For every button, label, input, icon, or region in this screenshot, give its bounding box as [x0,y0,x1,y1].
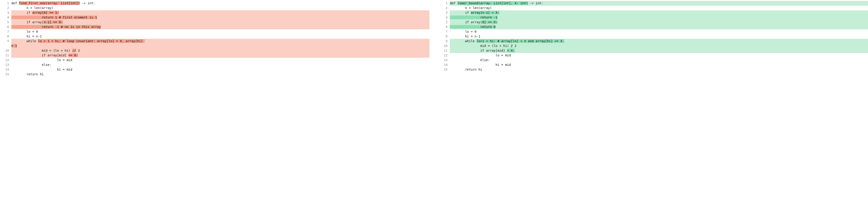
diff-token: 2 [513,44,517,48]
line-number: 8 [0,34,11,39]
diff-token-changed: lower_bound(array: List[int], X: int) [458,1,528,5]
code-line: 6 return 0 [438,25,868,29]
diff-token: lo = 0 [450,30,476,33]
code-line: 1def find_first_one(array: List[int]) ->… [0,1,430,6]
code-line-continuation: = 1 [0,43,430,48]
line-number: 2 [438,6,450,10]
code-line: 3 if array[n-1] < X: [438,10,868,15]
code-content: hi = mid [11,67,430,72]
line-number: 14 [0,67,11,72]
code-line: 8 hi = n-1 [438,34,868,39]
diff-token: if [450,11,471,14]
code-content: lo = mid [11,58,430,63]
diff-token: if array[ [11,20,43,24]
diff-token: def [450,1,458,5]
code-content: mid = (lo + hi) / 2 [450,43,868,48]
line-number: 2 [0,6,11,10]
code-line: 7 lo = 0 [0,29,430,34]
code-line: 2 n = len(array) [0,6,430,10]
diff-token: while [11,39,38,43]
diff-token: lo = mid [450,53,511,57]
code-content: = 1 [11,43,430,48]
diff-token-changed: 0] >= X: [482,20,497,24]
code-content: while lo+1 < hi: # array[lo] < X and arr… [450,39,868,43]
diff-token: hi = n-1 [450,35,480,38]
line-number: 10 [438,43,450,48]
line-number: 12 [438,53,450,58]
code-line: 15 return hi [0,72,430,77]
line-number: 13 [438,58,450,63]
code-content: return -1 # no 1s in this array [11,25,430,29]
code-content: if array[0] >= X: [450,20,868,25]
code-content: lo = mid [450,53,868,58]
code-content: lo = 0 [11,29,430,34]
diff-token: n = len(array) [11,6,53,10]
diff-container: 1def find_first_one(array: List[int]) ->… [0,0,868,78]
diff-pane-right: 1def lower_bound(array: List[int], X: in… [438,0,868,78]
line-number: 10 [0,48,11,53]
code-content: if array[n-1] == 0: [11,20,430,25]
code-content: n = len(array) [11,6,430,10]
diff-token: mid = (lo + hi) [11,49,72,52]
code-line: 3 if array[0] == 1: [0,10,430,15]
code-content: if array[0] == 1: [11,10,430,15]
diff-token: return hi [11,72,43,76]
code-line: 14 hi = mid [0,67,430,72]
code-line: 13 else: [0,63,430,67]
code-line: 5 if array[0] >= X: [438,20,868,25]
diff-token: 2 [76,49,80,52]
code-line: 4 return -1 [438,15,868,20]
diff-token-changed: array[n-1] < X: [471,11,499,14]
code-content: return hi [11,72,430,77]
line-number: 9 [0,39,11,43]
code-line: 12 lo = mid [0,58,430,63]
line-number: 11 [438,48,450,53]
diff-token: -> int: [528,1,543,5]
line-number: 6 [0,25,11,29]
diff-token-changed: == 0: [68,53,78,57]
code-line: 5 if array[n-1] == 0: [0,20,430,25]
line-number [0,43,11,48]
line-number: 11 [0,53,11,58]
code-line: 9 while lo + 1 < hi: # loop invariant: a… [0,39,430,43]
diff-token-changed: lo+1 < hi: # array[lo] < X and array[hi]… [476,39,564,43]
line-number: 14 [438,63,450,67]
code-content: while lo + 1 < hi: # loop invariant: arr… [11,39,430,43]
code-line: 8 hi = n-1 [0,34,430,39]
diff-token-changed: return -1 [450,15,498,19]
code-content: else: [11,63,430,67]
diff-token: hi = mid [11,68,72,71]
code-content: return 0 [450,25,868,29]
diff-token-changed: / [511,44,513,48]
code-line: 1def lower_bound(array: List[int], X: in… [438,1,868,6]
code-content: lo = 0 [450,29,868,34]
line-number: 15 [438,67,450,72]
line-number: 5 [438,20,450,25]
diff-token: if [11,11,32,14]
diff-token: mid = (lo + hi) [450,44,511,48]
code-content: else: [450,58,868,63]
code-line: 11 if array[mid] == 0: [0,53,430,58]
code-line: 12 lo = mid [438,53,868,58]
code-content: n = len(array) [450,6,868,10]
code-content: return -1 [450,15,868,20]
code-content: def find_first_one(array: List[int]) -> … [11,1,430,6]
line-number: 3 [0,10,11,15]
diff-token: lo = mid [11,58,72,62]
code-content: if array[mid] == 0: [11,53,430,58]
diff-token: else: [450,58,490,62]
diff-token: return hi [450,68,482,71]
line-number: 7 [0,29,11,34]
code-content: return hi [450,67,868,72]
code-line: 13 else: [438,58,868,63]
code-content: hi = mid [450,63,868,67]
code-content: mid = (lo + hi) // 2 [11,48,430,53]
line-number: 1 [438,1,450,6]
diff-token: if array[mid] [450,49,507,52]
diff-token-changed: n-1] == 0: [43,20,63,24]
line-number: 4 [438,15,450,20]
code-line: 6 return -1 # no 1s in this array [0,25,430,29]
diff-token-changed: return -1 # no 1s in this array [11,25,101,29]
diff-token: while [450,39,476,43]
line-number: 9 [438,39,450,43]
